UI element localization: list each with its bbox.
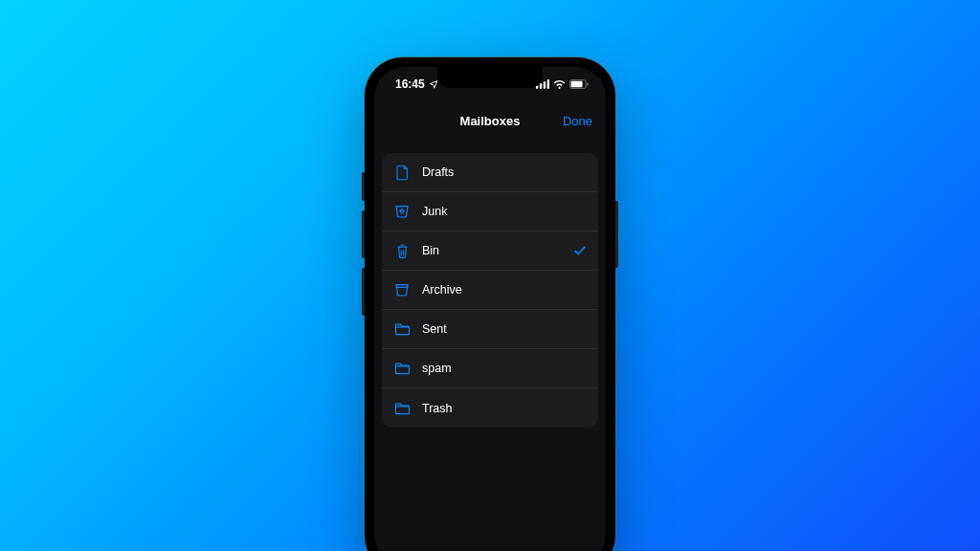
mailbox-item-spam[interactable]: spam [382, 349, 598, 388]
mailbox-item-label: Trash [422, 402, 587, 415]
mailbox-item-archive[interactable]: Archive [382, 271, 598, 310]
phone-screen: 16:45 [374, 67, 606, 551]
folder-icon [393, 400, 411, 417]
mailbox-list: Drafts Junk [382, 153, 598, 428]
done-button[interactable]: Done [563, 114, 592, 128]
svg-rect-1 [540, 83, 542, 88]
mailbox-item-label: Junk [422, 205, 587, 218]
mailbox-item-sent[interactable]: Sent [382, 310, 598, 349]
notch [437, 67, 543, 88]
phone-frame: 16:45 [365, 57, 615, 551]
folder-icon [393, 360, 411, 377]
folder-icon [393, 320, 411, 338]
page-title: Mailboxes [460, 114, 521, 128]
archive-icon [393, 281, 411, 298]
nav-header: Mailboxes Done [374, 101, 606, 140]
svg-rect-0 [536, 86, 538, 89]
mailbox-item-junk[interactable]: Junk [382, 192, 598, 231]
svg-rect-2 [544, 81, 546, 88]
mailbox-item-label: Drafts [422, 165, 587, 179]
svg-rect-3 [547, 79, 549, 88]
mailbox-item-label: Sent [422, 322, 587, 336]
battery-icon [569, 79, 589, 89]
trash-icon [393, 242, 411, 259]
checkmark-icon [573, 244, 587, 257]
mailbox-item-trash[interactable]: Trash [382, 388, 598, 428]
mailbox-item-label: spam [422, 362, 587, 375]
mailbox-item-label: Archive [422, 283, 587, 297]
junk-icon [393, 203, 411, 220]
mailbox-item-bin[interactable]: Bin [382, 231, 598, 271]
mailbox-item-label: Bin [422, 244, 573, 257]
document-icon [393, 164, 411, 181]
status-time: 16:45 [395, 77, 425, 91]
wifi-icon [553, 79, 566, 89]
mailbox-item-drafts[interactable]: Drafts [382, 153, 598, 192]
svg-rect-6 [587, 82, 588, 85]
svg-rect-5 [571, 81, 583, 87]
location-icon [429, 79, 438, 89]
